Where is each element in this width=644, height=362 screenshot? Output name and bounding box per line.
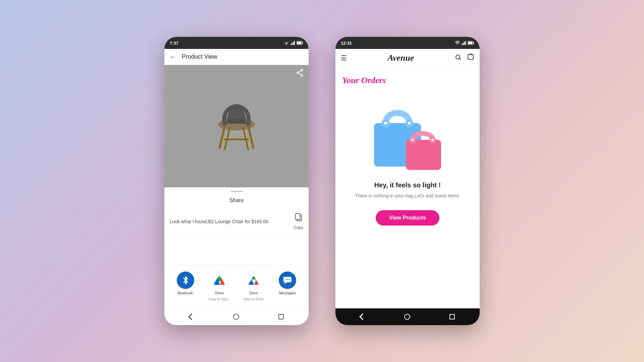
nav-home-button-left[interactable] (233, 314, 239, 320)
svg-point-32 (287, 279, 288, 280)
signal-icon-right (462, 41, 466, 45)
share-app-messages[interactable]: Messages (272, 272, 304, 301)
svg-point-42 (456, 55, 460, 59)
copy-icon (295, 213, 302, 224)
messages-icon-circle (279, 272, 296, 289)
messages-label: Messages (279, 291, 296, 295)
nav-bar-left (164, 308, 309, 325)
time-left: 7:37 (170, 41, 178, 46)
signal-icon (290, 41, 295, 45)
drive1-svg (214, 275, 225, 285)
svg-rect-40 (468, 42, 473, 44)
empty-cart-subtitle: There is nothing in your bag.Let's add s… (355, 192, 460, 199)
empty-cart-title: Hey, it feels so light ! (374, 181, 441, 189)
share-apps-row: Bluetooth (164, 264, 309, 308)
svg-point-0 (286, 45, 287, 45)
svg-rect-1 (290, 44, 291, 45)
product-image (203, 99, 270, 153)
drive1-icon-circle (211, 272, 228, 289)
drive2-icon-circle (245, 272, 262, 289)
avenue-header: ☰ Avenue (335, 49, 480, 67)
nav-back-button-left[interactable] (188, 313, 195, 320)
svg-point-54 (431, 138, 434, 141)
product-view-header: ← Product View (164, 49, 309, 65)
drive2-svg (248, 275, 259, 285)
nav-recents-button-right[interactable] (449, 314, 455, 319)
orders-content: Your Orders (335, 67, 480, 308)
share-app-drive2[interactable]: Drive Save to Drive (238, 272, 269, 301)
share-text-row: Look what I found,B2 Lounge Chair for $1… (164, 209, 309, 234)
time-right: 12:31 (341, 41, 352, 46)
share-icon-top[interactable] (297, 69, 303, 78)
svg-rect-41 (474, 42, 474, 44)
svg-point-53 (411, 138, 414, 141)
svg-point-49 (408, 121, 411, 125)
svg-line-11 (299, 71, 301, 72)
svg-rect-2 (292, 43, 293, 45)
drive2-label: Drive (249, 291, 258, 295)
copy-button[interactable]: Copy (294, 213, 303, 230)
left-phone: 7:37 (164, 37, 309, 325)
right-phone: 12:31 ☰ Avenue (335, 37, 480, 325)
drive2-sublabel: Save to Drive (244, 297, 264, 301)
svg-rect-35 (462, 44, 463, 45)
back-button[interactable]: ← (170, 53, 176, 61)
svg-rect-36 (463, 43, 464, 45)
share-text: Look what I found,B2 Lounge Chair for $1… (170, 219, 294, 224)
share-apps-area (164, 234, 309, 264)
svg-marker-30 (284, 282, 287, 284)
svg-rect-20 (296, 214, 300, 220)
svg-line-14 (220, 126, 225, 148)
nav-recents-button-left[interactable] (278, 314, 284, 319)
nav-bar-right (335, 308, 480, 325)
svg-point-10 (301, 75, 303, 76)
svg-rect-38 (465, 41, 466, 45)
svg-marker-26 (251, 276, 256, 280)
svg-rect-6 (297, 42, 302, 44)
chair-svg (206, 101, 267, 151)
sheet-handle (230, 191, 243, 192)
menu-button[interactable]: ☰ (341, 54, 347, 62)
svg-point-33 (289, 279, 290, 280)
share-app-drive1[interactable]: Drive Copy to clipb... (204, 272, 235, 301)
svg-point-8 (301, 69, 303, 71)
nav-back-button-right[interactable] (359, 313, 366, 320)
bags-illustration (371, 96, 444, 173)
svg-rect-3 (293, 42, 294, 45)
svg-line-15 (248, 126, 253, 148)
svg-marker-27 (248, 280, 254, 285)
copy-label: Copy (294, 225, 303, 230)
drive1-sublabel: Copy to clipb... (208, 297, 230, 301)
svg-rect-44 (468, 55, 473, 59)
svg-rect-50 (406, 140, 441, 170)
page-title: Product View (182, 53, 217, 60)
svg-line-12 (299, 73, 301, 75)
view-products-button[interactable]: View Products (376, 210, 439, 226)
svg-line-43 (459, 58, 461, 60)
svg-rect-37 (464, 42, 465, 45)
share-title: Share (164, 197, 309, 203)
nav-home-button-right[interactable] (404, 314, 410, 320)
status-bar-right: 12:31 (335, 37, 480, 49)
svg-point-9 (297, 72, 299, 74)
cart-button[interactable] (467, 54, 474, 63)
svg-point-34 (457, 45, 458, 45)
product-image-area (164, 65, 309, 187)
svg-rect-4 (294, 41, 295, 45)
share-sheet: Share Look what I found,B2 Lounge Chair … (164, 187, 309, 308)
battery-icon (297, 41, 303, 45)
cart-icon (467, 54, 474, 61)
bags-svg (371, 96, 444, 173)
share-icon (297, 69, 303, 76)
orders-title: Your Orders (342, 75, 386, 85)
drive1-label: Drive (215, 291, 224, 295)
search-icon (455, 54, 462, 61)
search-button[interactable] (455, 54, 462, 62)
status-icons-left (284, 41, 303, 45)
bluetooth-label: Bluetooth (178, 291, 193, 295)
wifi-icon-right (455, 41, 460, 45)
messages-svg (283, 276, 292, 284)
svg-point-31 (285, 279, 286, 280)
share-app-bluetooth[interactable]: Bluetooth (170, 272, 201, 301)
status-bar-left: 7:37 (164, 37, 309, 49)
